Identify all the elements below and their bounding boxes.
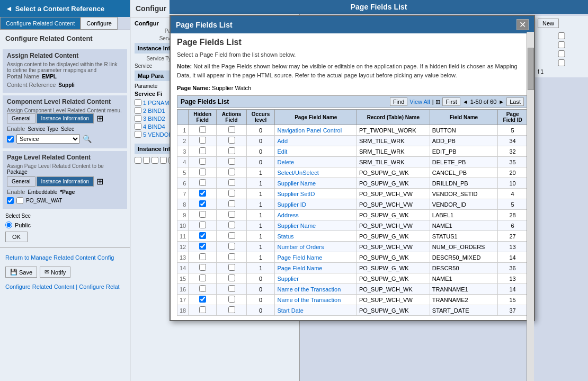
page-enable-checkbox[interactable] <box>7 197 14 204</box>
page-field-name-link[interactable]: Edit <box>277 148 287 155</box>
mp-list-checkbox[interactable] <box>135 115 141 122</box>
actions-checkbox[interactable] <box>228 296 235 303</box>
hidden-checkbox[interactable] <box>199 221 206 228</box>
cell-page-field-name[interactable]: Supplier ID <box>275 199 357 210</box>
cell-page-field-name[interactable]: Number of Orders <box>275 242 357 252</box>
configure-link[interactable]: Configure Related Content | Configure Re… <box>5 283 120 290</box>
page-field-name-link[interactable]: Name of the Transaction <box>277 297 341 303</box>
actions-checkbox[interactable] <box>228 158 235 165</box>
cell-page-field-name[interactable]: Supplier Name <box>275 220 357 231</box>
prev-nav-icon[interactable]: ◄ <box>462 99 468 105</box>
cell-page-field-name[interactable]: Status <box>275 231 357 242</box>
first-button[interactable]: First <box>442 98 460 106</box>
page-field-name-link[interactable]: Supplier Name <box>277 223 316 229</box>
hidden-checkbox[interactable] <box>199 158 206 165</box>
component-service-select[interactable]: Service <box>16 134 80 144</box>
page-embeddable-checkbox[interactable] <box>16 197 23 204</box>
return-link[interactable]: Return to Manage Related Content Config <box>5 254 114 261</box>
actions-checkbox[interactable] <box>228 169 235 175</box>
actions-checkbox[interactable] <box>228 264 235 271</box>
page-field-name-link[interactable]: Delete <box>277 159 294 165</box>
cell-page-field-name[interactable]: Edit <box>275 146 357 157</box>
mp-cb3[interactable] <box>152 157 158 164</box>
actions-checkbox[interactable] <box>228 221 235 228</box>
actions-checkbox[interactable] <box>228 147 235 154</box>
page-expand-icon[interactable]: ⊞ <box>96 176 103 187</box>
actions-checkbox[interactable] <box>228 211 235 218</box>
hidden-checkbox[interactable] <box>199 253 206 260</box>
page-field-name-link[interactable]: Supplier ID <box>277 201 306 208</box>
hidden-checkbox[interactable] <box>199 306 206 313</box>
hidden-checkbox[interactable] <box>199 169 206 175</box>
page-field-name-link[interactable]: Name of the Transaction <box>277 286 341 293</box>
page-general-tab[interactable]: General <box>7 176 35 187</box>
view-all-link[interactable]: View All <box>409 99 430 105</box>
mp-list-link[interactable]: 1 PGNAME <box>143 100 173 106</box>
actions-checkbox[interactable] <box>228 274 235 281</box>
page-field-name-link[interactable]: Page Field Name <box>277 254 322 261</box>
hidden-checkbox[interactable] <box>199 285 206 292</box>
cell-page-field-name[interactable]: Navigation Panel Control <box>275 125 357 136</box>
cell-page-field-name[interactable]: Name of the Transaction <box>275 295 357 305</box>
cell-page-field-name[interactable]: Supplier Name <box>275 178 357 189</box>
cell-page-field-name[interactable]: Select/UnSelect <box>275 167 357 178</box>
page-field-name-link[interactable]: Address <box>277 212 298 218</box>
component-general-tab[interactable]: General <box>7 113 35 123</box>
page-field-name-link[interactable]: Supplier <box>277 276 298 282</box>
modal-scrollbar-thumb[interactable] <box>528 48 534 90</box>
find-button[interactable]: Find <box>390 98 407 106</box>
hidden-checkbox[interactable] <box>199 190 206 197</box>
hidden-checkbox[interactable] <box>199 211 206 218</box>
tab-configure[interactable]: Configure <box>81 17 118 30</box>
component-search-icon[interactable]: 🔍 <box>83 135 92 143</box>
hidden-checkbox[interactable] <box>199 264 206 271</box>
save-button[interactable]: 💾 Save <box>5 267 37 278</box>
hidden-checkbox[interactable] <box>199 232 206 239</box>
actions-checkbox[interactable] <box>228 179 235 186</box>
page-field-name-link[interactable]: Supplier SetID <box>277 191 315 197</box>
cell-page-field-name[interactable]: Supplier SetID <box>275 189 357 199</box>
mp-list-checkbox[interactable] <box>135 131 141 138</box>
actions-checkbox[interactable] <box>228 232 235 239</box>
page-field-name-link[interactable]: Add <box>277 138 288 144</box>
actions-checkbox[interactable] <box>228 137 235 144</box>
export-icon[interactable]: ⊞ <box>435 99 440 105</box>
cell-page-field-name[interactable]: Address <box>275 210 357 220</box>
mp-cb4[interactable] <box>160 157 167 164</box>
cell-page-field-name[interactable]: Delete <box>275 157 357 167</box>
mp-list-link[interactable]: 3 BIND2 <box>143 116 165 122</box>
hidden-checkbox[interactable] <box>199 296 206 303</box>
page-field-name-link[interactable]: Supplier Name <box>277 180 316 187</box>
actions-checkbox[interactable] <box>228 285 235 292</box>
component-expand-icon[interactable]: ⊞ <box>96 113 103 123</box>
back-arrow-icon[interactable]: ◄ <box>5 4 13 13</box>
actions-checkbox[interactable] <box>228 200 235 207</box>
modal-close-button[interactable]: ✕ <box>516 19 529 30</box>
mp-cb2[interactable] <box>143 157 150 164</box>
next-nav-icon[interactable]: ► <box>498 99 504 105</box>
page-field-name-link[interactable]: Page Field Name <box>277 265 322 271</box>
hidden-checkbox[interactable] <box>199 200 206 207</box>
page-field-name-link[interactable]: Navigation Panel Control <box>277 127 342 134</box>
hidden-checkbox[interactable] <box>199 243 206 250</box>
last-button[interactable]: Last <box>506 98 524 106</box>
hidden-checkbox[interactable] <box>199 126 206 133</box>
cell-page-field-name[interactable]: Page Field Name <box>275 252 357 263</box>
cell-page-field-name[interactable]: Start Date <box>275 305 357 316</box>
page-field-name-link[interactable]: Status <box>277 233 293 240</box>
mp-cb1[interactable] <box>135 157 141 164</box>
actions-checkbox[interactable] <box>228 126 235 133</box>
actions-checkbox[interactable] <box>228 306 235 313</box>
cell-page-field-name[interactable]: Supplier <box>275 273 357 284</box>
mp-list-link[interactable]: 2 BIND1 <box>143 108 165 114</box>
cell-page-field-name[interactable]: Name of the Transaction <box>275 284 357 295</box>
page-field-name-link[interactable]: Number of Orders <box>277 244 324 250</box>
mp-list-checkbox[interactable] <box>135 123 141 130</box>
modal-scrollbar[interactable] <box>527 32 534 381</box>
mp-list-link[interactable]: 5 VENDOR <box>143 131 173 138</box>
page-instance-tab[interactable]: Instance Information <box>37 176 94 187</box>
actions-checkbox[interactable] <box>228 253 235 260</box>
mp-list-checkbox[interactable] <box>135 107 141 114</box>
mp-list-checkbox[interactable] <box>135 99 141 106</box>
page-field-name-link[interactable]: Start Date <box>277 307 304 314</box>
